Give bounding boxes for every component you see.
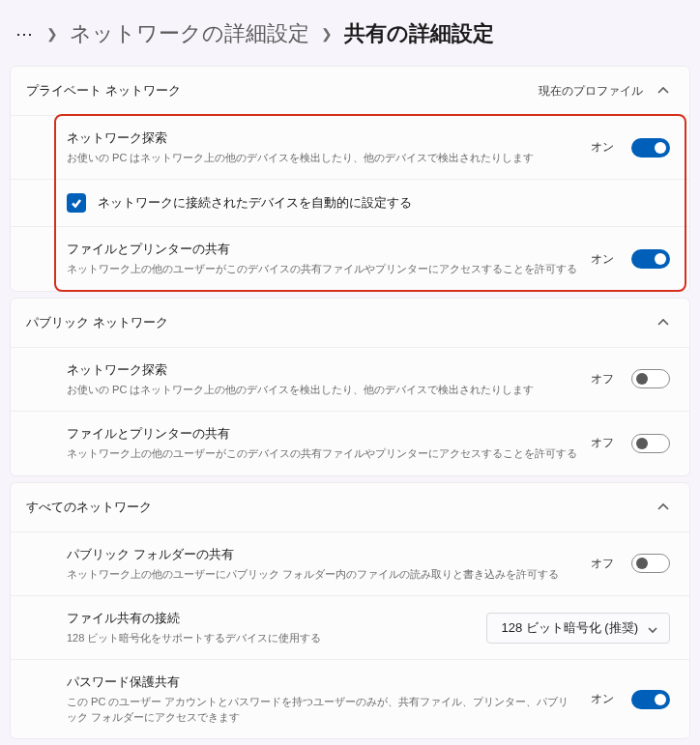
auto-setup-checkbox[interactable] bbox=[67, 193, 86, 213]
row-password-protected-sharing: パスワード保護共有 この PC のユーザー アカウントとパスワードを持つユーザー… bbox=[11, 659, 689, 738]
section-public-network: パブリック ネットワーク ネットワーク探索 お使いの PC はネットワーク上の他… bbox=[10, 298, 690, 476]
setting-description: お使いの PC はネットワーク上の他のデバイスを検出したり、他のデバイスで検出さ… bbox=[67, 151, 579, 165]
toggle-state-label: オン bbox=[591, 139, 614, 156]
row-public-folder-sharing: パブリック フォルダーの共有 ネットワーク上の他のユーザーにパブリック フォルダ… bbox=[11, 531, 689, 595]
setting-description: ネットワーク上の他のユーザーがこのデバイスの共有ファイルやプリンターにアクセスす… bbox=[67, 446, 579, 461]
chevron-up-icon bbox=[656, 84, 670, 98]
section-header-all[interactable]: すべてのネットワーク bbox=[11, 483, 689, 531]
chevron-right-icon: ❯ bbox=[46, 26, 58, 42]
setting-title: パブリック フォルダーの共有 bbox=[67, 546, 579, 563]
row-file-printer-sharing: ファイルとプリンターの共有 ネットワーク上の他のユーザーがこのデバイスの共有ファ… bbox=[11, 226, 689, 290]
breadcrumb-ellipsis-button[interactable]: ⋯ bbox=[15, 23, 35, 44]
row-network-discovery: ネットワーク探索 お使いの PC はネットワーク上の他のデバイスを検出したり、他… bbox=[11, 115, 689, 179]
section-all-networks: すべてのネットワーク パブリック フォルダーの共有 ネットワーク上の他のユーザー… bbox=[10, 482, 690, 740]
network-discovery-toggle[interactable] bbox=[631, 369, 670, 388]
chevron-right-icon: ❯ bbox=[321, 26, 333, 42]
password-sharing-toggle[interactable] bbox=[631, 690, 670, 709]
setting-description: お使いの PC はネットワーク上の他のデバイスを検出したり、他のデバイスで検出さ… bbox=[67, 383, 579, 397]
section-header-public[interactable]: パブリック ネットワーク bbox=[11, 299, 689, 347]
setting-title: ファイル共有の接続 bbox=[67, 610, 475, 627]
checkbox-label: ネットワークに接続されたデバイスを自動的に設定する bbox=[98, 194, 412, 212]
section-header-private[interactable]: プライベート ネットワーク 現在のプロファイル bbox=[11, 67, 689, 115]
section-private-network: プライベート ネットワーク 現在のプロファイル ネットワーク探索 お使いの PC… bbox=[10, 66, 690, 292]
public-folder-toggle[interactable] bbox=[631, 554, 670, 573]
dropdown-value: 128 ビット暗号化 (推奨) bbox=[501, 619, 638, 637]
toggle-state-label: オン bbox=[591, 251, 614, 268]
breadcrumb: ⋯ ❯ ネットワークの詳細設定 ❯ 共有の詳細設定 bbox=[15, 19, 690, 48]
toggle-state-label: オフ bbox=[591, 371, 614, 387]
setting-title: パスワード保護共有 bbox=[67, 673, 579, 691]
setting-description: 128 ビット暗号化をサポートするデバイスに使用する bbox=[67, 631, 475, 645]
setting-title: ファイルとプリンターの共有 bbox=[67, 425, 579, 443]
section-title: すべてのネットワーク bbox=[26, 499, 656, 516]
section-title: パブリック ネットワーク bbox=[26, 314, 656, 331]
file-sharing-toggle[interactable] bbox=[631, 434, 670, 453]
toggle-state-label: オフ bbox=[591, 556, 614, 572]
row-file-printer-sharing: ファイルとプリンターの共有 ネットワーク上の他のユーザーがこのデバイスの共有ファ… bbox=[11, 411, 689, 474]
page-title: 共有の詳細設定 bbox=[344, 19, 494, 48]
setting-description: この PC のユーザー アカウントとパスワードを持つユーザーのみが、共有ファイル… bbox=[67, 695, 579, 725]
row-network-discovery: ネットワーク探索 お使いの PC はネットワーク上の他のデバイスを検出したり、他… bbox=[11, 347, 689, 411]
toggle-state-label: オフ bbox=[591, 435, 614, 451]
chevron-up-icon bbox=[656, 316, 670, 330]
current-profile-badge: 現在のプロファイル bbox=[539, 83, 643, 100]
section-title: プライベート ネットワーク bbox=[26, 82, 539, 100]
encryption-dropdown[interactable]: 128 ビット暗号化 (推奨) bbox=[486, 613, 670, 644]
setting-title: ネットワーク探索 bbox=[67, 129, 579, 147]
chevron-down-icon bbox=[648, 623, 657, 633]
toggle-state-label: オン bbox=[591, 691, 614, 707]
file-sharing-toggle[interactable] bbox=[631, 249, 670, 269]
setting-title: ネットワーク探索 bbox=[67, 361, 579, 379]
row-file-sharing-connection: ファイル共有の接続 128 ビット暗号化をサポートするデバイスに使用する 128… bbox=[11, 595, 689, 659]
network-discovery-toggle[interactable] bbox=[631, 138, 670, 158]
breadcrumb-parent-link[interactable]: ネットワークの詳細設定 bbox=[70, 19, 309, 48]
setting-description: ネットワーク上の他のユーザーがこのデバイスの共有ファイルやプリンターにアクセスす… bbox=[67, 262, 579, 276]
chevron-up-icon bbox=[656, 501, 670, 514]
row-auto-setup-devices: ネットワークに接続されたデバイスを自動的に設定する bbox=[11, 179, 689, 226]
setting-title: ファイルとプリンターの共有 bbox=[67, 241, 579, 258]
setting-description: ネットワーク上の他のユーザーにパブリック フォルダー内のファイルの読み取りと書き… bbox=[67, 567, 579, 582]
